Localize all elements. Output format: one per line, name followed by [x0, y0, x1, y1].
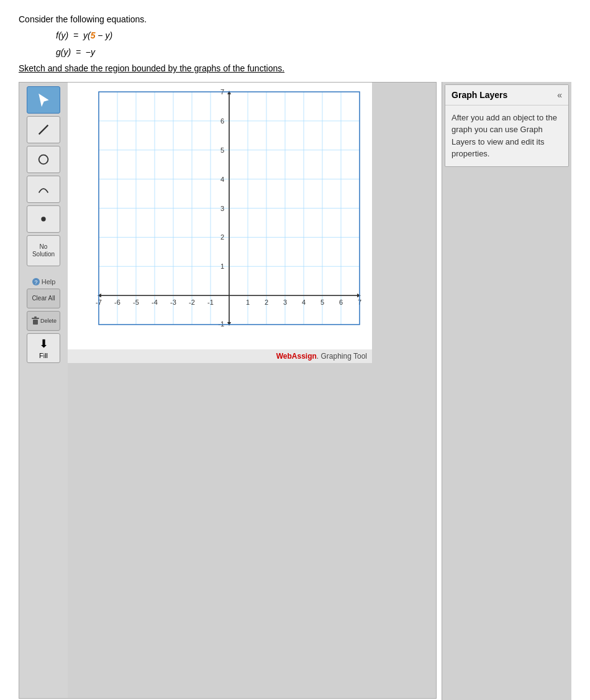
- svg-text:-1: -1: [218, 320, 224, 328]
- circle-tool[interactable]: [27, 146, 60, 173]
- fill-button[interactable]: ⬇ Fill: [27, 333, 60, 363]
- svg-text:-1: -1: [207, 298, 214, 306]
- graph-wrapper: -7 -6 -5 -4 -3 -2 -1 1 2 3 4 5 6: [68, 83, 372, 698]
- graph-svg: -7 -6 -5 -4 -3 -2 -1 1 2 3 4 5 6: [68, 83, 372, 349]
- graph-layers-panel: Graph Layers « After you add an object t…: [445, 84, 569, 167]
- svg-text:5: 5: [220, 146, 224, 153]
- clear-all-button[interactable]: Clear All: [27, 289, 60, 308]
- svg-text:3: 3: [220, 204, 224, 212]
- graph-layers-header: Graph Layers «: [445, 85, 568, 105]
- fill-label: Fill: [39, 352, 48, 359]
- curve-tool[interactable]: [27, 176, 60, 203]
- svg-rect-5: [33, 320, 38, 325]
- line-tool[interactable]: [27, 116, 60, 143]
- svg-text:3: 3: [283, 298, 287, 306]
- page-container: Consider the following equations. f(y) =…: [19, 12, 571, 700]
- fill-icon: ⬇: [39, 337, 48, 351]
- graph-canvas[interactable]: -7 -6 -5 -4 -3 -2 -1 1 2 3 4 5 6: [68, 83, 372, 349]
- svg-rect-6: [32, 318, 39, 319]
- instructions-block: Consider the following equations. f(y) =…: [19, 12, 571, 76]
- graph-layers-title: Graph Layers: [452, 90, 507, 100]
- svg-text:-5: -5: [133, 298, 139, 306]
- main-content: NoSolution ? Help Clear All: [19, 82, 571, 700]
- no-solution-label: NoSolution: [32, 243, 55, 258]
- eq1: f(y) = y(5 − y): [56, 29, 571, 42]
- svg-text:1: 1: [246, 298, 250, 306]
- graph-empty-area: [68, 363, 372, 698]
- sketch-prompt: Sketch and shade the region bounded by t…: [19, 61, 571, 75]
- svg-text:-2: -2: [189, 298, 195, 306]
- brand-suffix: . Graphing Tool: [317, 352, 367, 361]
- svg-line-0: [39, 125, 48, 134]
- help-link[interactable]: ? Help: [32, 277, 56, 286]
- svg-text:-6: -6: [114, 298, 120, 306]
- svg-point-2: [41, 217, 45, 221]
- eq2: g(y) = −y: [56, 45, 571, 59]
- svg-rect-7: [34, 316, 37, 318]
- svg-text:5: 5: [320, 298, 324, 306]
- svg-text:-4: -4: [152, 298, 158, 306]
- svg-text:2: 2: [220, 233, 224, 241]
- svg-text:?: ?: [34, 279, 37, 285]
- intro-text: Consider the following equations.: [19, 12, 571, 26]
- graph-footer: WebAssign. Graphing Tool: [68, 349, 372, 363]
- eq1-highlight: 5: [91, 30, 96, 40]
- toolbar: NoSolution ? Help Clear All: [19, 83, 68, 698]
- equation-block: f(y) = y(5 − y) g(y) = −y: [56, 29, 571, 59]
- graph-layers-description: After you add an object to the graph you…: [452, 113, 557, 159]
- right-panel: Graph Layers « After you add an object t…: [442, 82, 571, 700]
- graph-layers-close-button[interactable]: «: [557, 90, 562, 100]
- svg-point-1: [39, 155, 48, 164]
- delete-button[interactable]: Delete: [27, 311, 60, 331]
- no-solution-tool[interactable]: NoSolution: [27, 235, 60, 266]
- pointer-tool[interactable]: [27, 86, 60, 114]
- svg-text:6: 6: [339, 298, 343, 306]
- svg-text:6: 6: [220, 117, 224, 124]
- graph-layers-body: After you add an object to the graph you…: [445, 105, 568, 166]
- svg-text:4: 4: [302, 298, 306, 306]
- svg-text:1: 1: [220, 262, 224, 270]
- help-label: Help: [42, 278, 56, 285]
- point-tool[interactable]: [27, 205, 60, 233]
- svg-text:2: 2: [265, 298, 268, 306]
- svg-text:-3: -3: [170, 298, 176, 306]
- brand-webassign: WebAssign: [276, 352, 317, 361]
- svg-text:4: 4: [220, 175, 224, 182]
- graphing-area: NoSolution ? Help Clear All: [19, 82, 437, 699]
